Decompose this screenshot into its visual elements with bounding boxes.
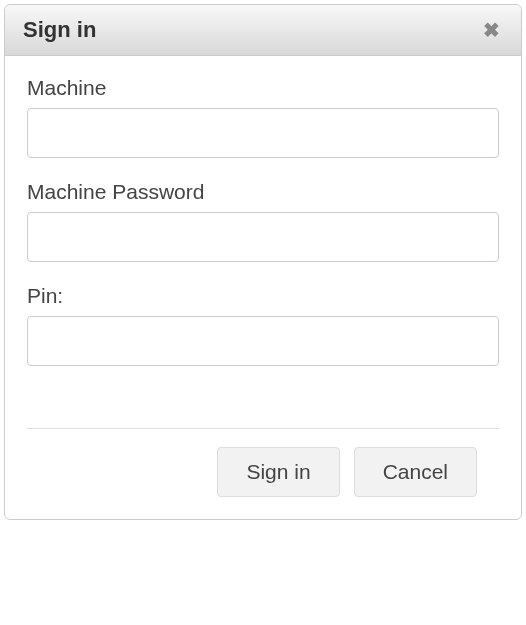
machine-group: Machine: [27, 76, 499, 158]
dialog-body: Machine Machine Password Pin:: [5, 56, 521, 398]
cancel-button[interactable]: Cancel: [354, 447, 477, 497]
password-input[interactable]: [27, 212, 499, 262]
password-label: Machine Password: [27, 180, 499, 204]
signin-button[interactable]: Sign in: [217, 447, 339, 497]
pin-group: Pin:: [27, 284, 499, 366]
machine-input[interactable]: [27, 108, 499, 158]
close-icon: ✖: [483, 18, 500, 42]
dialog-footer: Sign in Cancel: [27, 428, 499, 519]
signin-dialog: Sign in ✖ Machine Machine Password Pin: …: [4, 4, 522, 520]
password-group: Machine Password: [27, 180, 499, 262]
machine-label: Machine: [27, 76, 499, 100]
close-button[interactable]: ✖: [479, 18, 503, 42]
dialog-title: Sign in: [23, 17, 96, 43]
pin-label: Pin:: [27, 284, 499, 308]
pin-input[interactable]: [27, 316, 499, 366]
dialog-header: Sign in ✖: [5, 5, 521, 56]
